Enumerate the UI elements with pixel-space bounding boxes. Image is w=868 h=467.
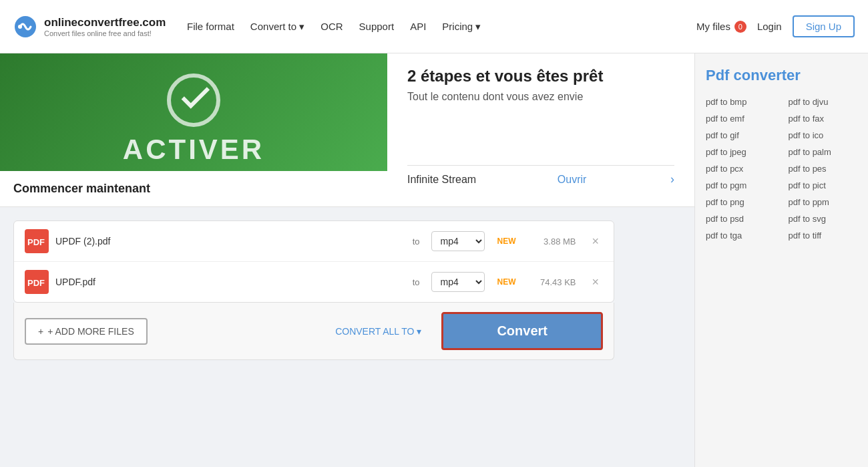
promo-left: ACTIVER Commencer maintenant — [0, 53, 387, 206]
promo-bottom-text: Commencer maintenant — [13, 182, 374, 196]
remove-file-2[interactable]: × — [588, 274, 603, 291]
pdf-link[interactable]: pdf to pes — [789, 162, 858, 176]
pdf-link[interactable]: pdf to pcx — [706, 162, 775, 176]
convert-all-button[interactable]: CONVERT ALL TO ▾ — [335, 326, 421, 337]
nav-pricing[interactable]: Pricing ▾ — [442, 21, 481, 33]
pdf-link[interactable]: pdf to emf — [706, 112, 775, 126]
promo-circle — [167, 73, 220, 127]
logo-icon — [13, 15, 37, 39]
convert-button[interactable]: Convert — [441, 312, 603, 350]
table-row: PDF UPDF (2).pdf to mp4 mp3 avi mov NEW … — [14, 221, 614, 262]
promo-section: ACTIVER Commencer maintenant 2 étapes et… — [0, 53, 694, 207]
promo-subtitle: Tout le contenu dont vous avez envie — [407, 91, 674, 103]
nav-ocr[interactable]: OCR — [320, 21, 343, 32]
pdf-link[interactable]: pdf to psd — [706, 212, 775, 226]
promo-activate-text: ACTIVER — [123, 134, 264, 166]
pdf-link[interactable]: pdf to pgm — [706, 178, 775, 192]
my-files-button[interactable]: My files 0 — [696, 21, 746, 33]
signup-button[interactable]: Sign Up — [793, 15, 855, 37]
nav-convert-to[interactable]: Convert to ▾ — [250, 21, 304, 33]
logo-area: onlineconvertfree.com Convert files onli… — [13, 15, 167, 39]
remove-file-1[interactable]: × — [588, 233, 603, 250]
pdf-link[interactable]: pdf to jpeg — [706, 145, 775, 159]
my-files-badge: 0 — [734, 21, 746, 33]
format-select-2[interactable]: mp4 mp3 avi mov — [431, 272, 485, 292]
file-name-2: UPDF.pdf — [55, 277, 401, 287]
pdf-link[interactable]: pdf to pict — [789, 178, 858, 192]
logo-title: onlineconvertfree.com — [44, 16, 166, 29]
logo-text-block: onlineconvertfree.com Convert files onli… — [44, 16, 166, 37]
pdf-link[interactable]: pdf to tiff — [789, 228, 858, 243]
action-row: + + ADD MORE FILES CONVERT ALL TO ▾ Conv… — [13, 303, 614, 360]
chevron-right-icon: › — [670, 172, 674, 186]
plus-icon: + — [38, 326, 43, 337]
chevron-down-icon: ▾ — [417, 326, 421, 337]
main-nav: File format Convert to ▾ OCR Support API… — [187, 21, 696, 33]
svg-text:PDF: PDF — [27, 278, 45, 288]
logo-subtitle: Convert files online free and fast! — [44, 29, 166, 37]
nav-file-format[interactable]: File format — [187, 21, 234, 32]
nav-right: My files 0 Login Sign Up — [696, 15, 855, 37]
file-size-2: 74.43 KB — [522, 277, 576, 287]
pdf-link[interactable]: pdf to ppm — [789, 195, 858, 209]
promo-circle-inner — [182, 80, 210, 108]
content-area: ACTIVER Commencer maintenant 2 étapes et… — [0, 53, 694, 467]
pdf-icon-2: PDF — [25, 270, 49, 294]
svg-point-1 — [18, 25, 22, 29]
file-to-label-1: to — [413, 237, 420, 247]
new-badge-1: NEW — [497, 237, 515, 246]
promo-bottom-bar: Commencer maintenant — [0, 171, 387, 206]
pdf-link[interactable]: pdf to bmp — [706, 95, 775, 109]
main-content: ACTIVER Commencer maintenant 2 étapes et… — [0, 53, 868, 467]
pdf-link[interactable]: pdf to ico — [789, 128, 858, 142]
promo-title: 2 étapes et vous êtes prêt — [407, 67, 674, 86]
file-to-label-2: to — [413, 277, 420, 287]
pdf-link[interactable]: pdf to gif — [706, 128, 775, 142]
file-list-container: PDF UPDF (2).pdf to mp4 mp3 avi mov NEW … — [13, 220, 614, 303]
file-size-1: 3.88 MB — [522, 237, 576, 247]
new-badge-2: NEW — [497, 277, 515, 287]
pdf-icon: PDF — [25, 229, 49, 253]
pdf-link[interactable]: pdf to djvu — [789, 95, 858, 109]
promo-stream-row: Infinite Stream Ouvrir › — [407, 165, 674, 193]
nav-support[interactable]: Support — [359, 21, 395, 32]
promo-stream-name: Infinite Stream — [407, 174, 476, 186]
format-select-1[interactable]: mp4 mp3 avi mov — [431, 231, 485, 251]
convert-all-label: CONVERT ALL TO — [335, 326, 414, 337]
login-button[interactable]: Login — [757, 21, 782, 32]
nav-api[interactable]: API — [410, 21, 426, 32]
svg-text:PDF: PDF — [27, 237, 45, 247]
header: onlineconvertfree.com Convert files onli… — [0, 0, 868, 53]
sidebar-title: Pdf converter — [706, 67, 857, 84]
add-more-label: + ADD MORE FILES — [47, 326, 134, 337]
pdf-link[interactable]: pdf to png — [706, 195, 775, 209]
add-more-files-button[interactable]: + + ADD MORE FILES — [25, 318, 148, 345]
pdf-link[interactable]: pdf to svg — [789, 212, 858, 226]
converter-section: PDF UPDF (2).pdf to mp4 mp3 avi mov NEW … — [0, 207, 694, 467]
sidebar-right: Pdf converter pdf to bmppdf to djvupdf t… — [694, 53, 868, 467]
file-name-1: UPDF (2).pdf — [55, 236, 401, 247]
pdf-link[interactable]: pdf to fax — [789, 112, 858, 126]
table-row: PDF UPDF.pdf to mp4 mp3 avi mov NEW 74.4… — [14, 262, 614, 302]
my-files-label: My files — [696, 21, 730, 32]
pdf-link[interactable]: pdf to palm — [789, 145, 858, 159]
promo-right: 2 étapes et vous êtes prêt Tout le conte… — [387, 53, 694, 206]
pdf-links-grid: pdf to bmppdf to djvupdf to emfpdf to fa… — [706, 95, 857, 243]
promo-stream-link[interactable]: Ouvrir — [558, 174, 587, 186]
pdf-link[interactable]: pdf to tga — [706, 228, 775, 243]
